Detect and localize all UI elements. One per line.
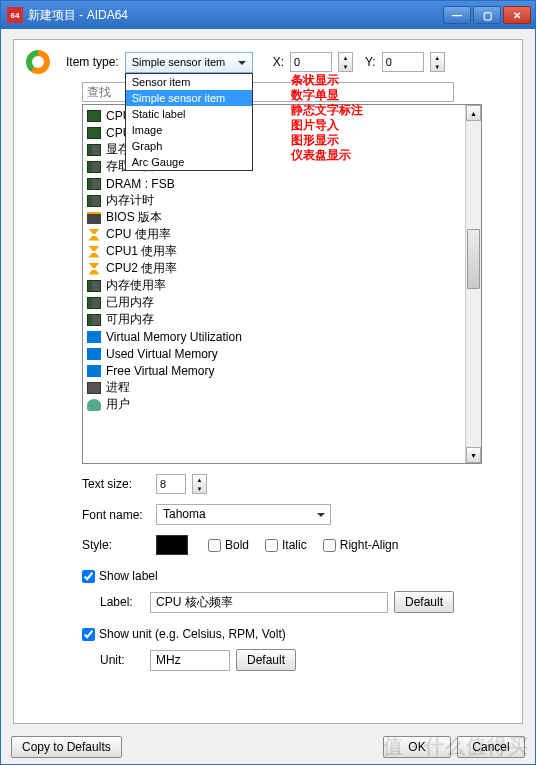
x-input[interactable] — [290, 52, 332, 72]
gauge-icon — [26, 50, 50, 74]
main-panel: Item type: Simple sensor item Sensor ite… — [13, 39, 523, 724]
list-item-label: Virtual Memory Utilization — [106, 330, 242, 344]
list-item[interactable]: 内存使用率 — [83, 277, 465, 294]
list-item[interactable]: 用户 — [83, 396, 465, 413]
scroll-down-button[interactable]: ▼ — [466, 447, 481, 463]
maximize-button[interactable]: ▢ — [473, 6, 501, 24]
style-label: Style: — [82, 538, 150, 552]
list-item[interactable]: BIOS 版本 — [83, 209, 465, 226]
unit-default-button[interactable]: Default — [236, 649, 296, 671]
color-swatch[interactable] — [156, 535, 188, 555]
item-type-combo[interactable]: Simple sensor item Sensor itemSimple sen… — [125, 52, 253, 73]
list-item-label: Free Virtual Memory — [106, 364, 214, 378]
chip-icon — [87, 110, 101, 122]
font-name-combo[interactable]: Tahoma — [156, 504, 331, 525]
list-item[interactable]: Used Virtual Memory — [83, 345, 465, 362]
chip-icon — [87, 127, 101, 139]
bios-icon — [87, 212, 101, 224]
cancel-button[interactable]: Cancel — [457, 736, 525, 758]
chip2-icon — [87, 314, 101, 326]
list-item[interactable]: Free Virtual Memory — [83, 362, 465, 379]
text-size-label: Text size: — [82, 477, 150, 491]
app-icon: 64 — [7, 7, 23, 23]
list-item-label: CPU 使用率 — [106, 226, 171, 243]
copy-to-defaults-button[interactable]: Copy to Defaults — [11, 736, 122, 758]
hour-icon — [87, 229, 101, 241]
list-item-label: 可用内存 — [106, 311, 154, 328]
dropdown-option[interactable]: Static label — [126, 106, 252, 122]
chip2-icon — [87, 178, 101, 190]
chip2-icon — [87, 161, 101, 173]
unit-input[interactable] — [150, 650, 230, 671]
text-size-input[interactable] — [156, 474, 186, 494]
win-icon — [87, 331, 101, 343]
y-spinner[interactable]: ▲▼ — [430, 52, 445, 72]
list-item[interactable]: 内存计时 — [83, 192, 465, 209]
list-item[interactable]: CPU2 使用率 — [83, 260, 465, 277]
list-item[interactable]: CPU 使用率 — [83, 226, 465, 243]
scroll-track[interactable] — [466, 121, 481, 447]
label-input[interactable] — [150, 592, 388, 613]
show-label-checkbox[interactable]: Show label — [82, 569, 500, 583]
list-item-label: 用户 — [106, 396, 130, 413]
hour-icon — [87, 263, 101, 275]
italic-checkbox[interactable]: Italic — [265, 538, 307, 552]
unit-field-label: Unit: — [100, 653, 144, 667]
chip2-icon — [87, 195, 101, 207]
item-type-value[interactable]: Simple sensor item — [125, 52, 253, 73]
list-item[interactable]: Virtual Memory Utilization — [83, 328, 465, 345]
text-size-spinner[interactable]: ▲▼ — [192, 474, 207, 494]
list-item[interactable]: DRAM : FSB — [83, 175, 465, 192]
show-unit-checkbox[interactable]: Show unit (e.g. Celsius, RPM, Volt) — [82, 627, 500, 641]
list-item-label: BIOS 版本 — [106, 209, 162, 226]
ok-button[interactable]: OK — [383, 736, 451, 758]
dropdown-option[interactable]: Simple sensor item — [126, 90, 252, 106]
proc-icon — [87, 382, 101, 394]
scroll-thumb[interactable] — [467, 229, 480, 289]
chip2-icon — [87, 297, 101, 309]
list-item-label: Used Virtual Memory — [106, 347, 218, 361]
list-item-label: CPU1 使用率 — [106, 243, 177, 260]
list-item-label: 内存计时 — [106, 192, 154, 209]
right-align-checkbox[interactable]: Right-Align — [323, 538, 399, 552]
list-item-label: DRAM : FSB — [106, 177, 175, 191]
bold-checkbox[interactable]: Bold — [208, 538, 249, 552]
list-item-label: 进程 — [106, 379, 130, 396]
chip2-icon — [87, 280, 101, 292]
list-item-label: CPU2 使用率 — [106, 260, 177, 277]
hour-icon — [87, 246, 101, 258]
dialog-window: 64 新建项目 - AIDA64 — ▢ ✕ Item type: Simple… — [0, 0, 536, 765]
font-name-label: Font name: — [82, 508, 150, 522]
titlebar[interactable]: 64 新建项目 - AIDA64 — ▢ ✕ — [1, 1, 535, 29]
y-label: Y: — [365, 55, 376, 69]
item-type-label: Item type: — [66, 55, 119, 69]
win-icon — [87, 365, 101, 377]
item-type-dropdown[interactable]: Sensor itemSimple sensor itemStatic labe… — [125, 73, 253, 171]
dropdown-option[interactable]: Arc Gauge — [126, 154, 252, 170]
chip2-icon — [87, 144, 101, 156]
list-item[interactable]: CPU1 使用率 — [83, 243, 465, 260]
win-icon — [87, 348, 101, 360]
dropdown-option[interactable]: Image — [126, 122, 252, 138]
x-spinner[interactable]: ▲▼ — [338, 52, 353, 72]
list-item-label: 内存使用率 — [106, 277, 166, 294]
x-label: X: — [273, 55, 284, 69]
list-item-label: 已用内存 — [106, 294, 154, 311]
scrollbar[interactable]: ▲ ▼ — [465, 105, 481, 463]
dropdown-option[interactable]: Graph — [126, 138, 252, 154]
user-icon — [87, 399, 101, 411]
list-item[interactable]: 进程 — [83, 379, 465, 396]
scroll-up-button[interactable]: ▲ — [466, 105, 481, 121]
dropdown-option[interactable]: Sensor item — [126, 74, 252, 90]
y-input[interactable] — [382, 52, 424, 72]
minimize-button[interactable]: — — [443, 6, 471, 24]
label-field-label: Label: — [100, 595, 144, 609]
list-item[interactable]: 已用内存 — [83, 294, 465, 311]
window-title: 新建项目 - AIDA64 — [28, 7, 443, 24]
close-button[interactable]: ✕ — [503, 6, 531, 24]
list-item[interactable]: 可用内存 — [83, 311, 465, 328]
label-default-button[interactable]: Default — [394, 591, 454, 613]
